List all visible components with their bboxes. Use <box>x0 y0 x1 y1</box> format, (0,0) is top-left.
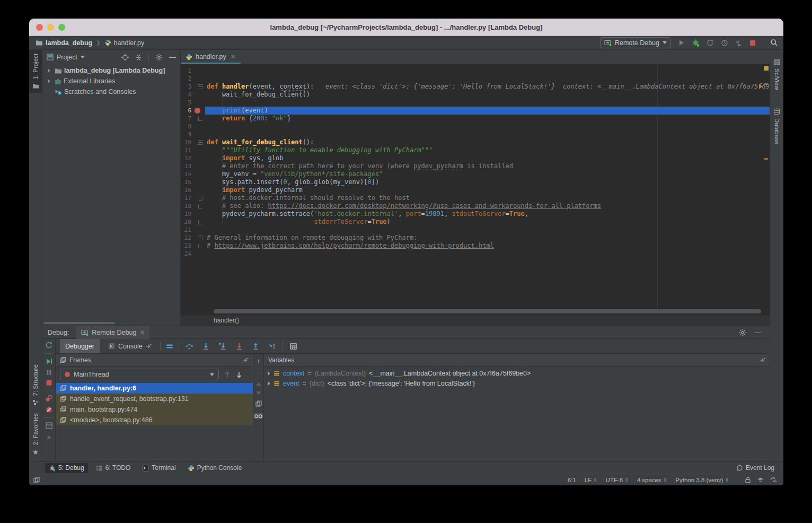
jump-to-source-icon[interactable] <box>243 358 249 363</box>
fold-marker[interactable]: − <box>198 236 202 240</box>
variable-row[interactable]: event={dict}<class 'dict'>: {'message': … <box>264 378 770 388</box>
stop-icon[interactable] <box>46 380 52 386</box>
project-view-title[interactable]: Project <box>57 54 77 61</box>
horizontal-scrollbar[interactable] <box>214 309 761 313</box>
gutter[interactable] <box>191 210 205 218</box>
sync-status-icon[interactable]: ? <box>770 476 777 483</box>
show-watches-icon[interactable] <box>253 413 263 419</box>
toolwindow-todo-button[interactable]: 6: TODO <box>92 463 135 473</box>
pause-icon[interactable] <box>46 369 52 376</box>
view-breakpoints-icon[interactable] <box>45 395 52 402</box>
code-line[interactable]: 1 <box>181 67 770 75</box>
chevron-down-icon[interactable] <box>81 56 85 58</box>
gutter[interactable] <box>191 154 205 162</box>
toolstrip-structure-tab[interactable]: 7: Structure <box>29 361 42 409</box>
gutter[interactable] <box>191 162 205 170</box>
expand-arrow-icon[interactable] <box>48 68 50 73</box>
code-area[interactable]: 123−def handler(event, context): event: … <box>181 64 770 315</box>
resume-icon[interactable] <box>46 358 52 365</box>
move-watch-down-icon[interactable] <box>256 391 261 395</box>
interpreter-widget[interactable]: Python 3.8 (venv)⇕ <box>675 477 729 483</box>
toolstrip-sciview-tab[interactable]: SciView <box>770 55 783 94</box>
code-line[interactable]: 5 <box>181 99 770 107</box>
tab-console[interactable]: Console <box>103 339 157 353</box>
line-separator-widget[interactable]: LF⇕ <box>585 477 597 483</box>
fold-marker[interactable]: − <box>198 196 202 201</box>
caret-position-widget[interactable]: 6:1 <box>568 477 576 483</box>
expand-arrow-icon[interactable] <box>268 381 270 386</box>
gutter[interactable] <box>191 91 205 99</box>
gutter[interactable] <box>191 218 205 226</box>
tree-item-root[interactable]: lambda_debug [Lambda Debug] <box>42 65 180 76</box>
encoding-widget[interactable]: UTF-8⇕ <box>606 477 629 483</box>
gutter[interactable] <box>191 123 205 130</box>
gutter[interactable] <box>191 242 205 250</box>
hide-panel-icon[interactable]: — <box>169 53 176 61</box>
hide-panel-icon[interactable]: — <box>754 328 761 336</box>
code-line[interactable]: 21 <box>181 226 770 234</box>
gutter[interactable]: − <box>191 234 205 242</box>
lock-icon[interactable] <box>745 476 751 483</box>
fold-marker[interactable]: − <box>198 84 202 89</box>
code-line[interactable]: 19 pydevd_pycharm.settrace('host.docker.… <box>181 210 770 218</box>
thread-dropdown[interactable]: MainThread <box>60 369 219 380</box>
frame-row[interactable]: handler, handler.py:6 <box>56 383 253 394</box>
move-watch-up-icon[interactable] <box>256 382 261 386</box>
toolstrip-favorites-tab[interactable]: 2: Favorites ★ <box>29 409 42 461</box>
mute-breakpoints-icon[interactable] <box>46 406 52 413</box>
code-line[interactable]: 20 stderrToServer=True) <box>181 218 770 226</box>
code-line[interactable]: 14 my_venv = "venv/lib/python*/site-pack… <box>181 170 770 178</box>
breakpoint-dot[interactable] <box>195 108 200 114</box>
code-line[interactable]: 6 print(event) <box>181 107 770 115</box>
gutter[interactable] <box>191 250 205 258</box>
collapse-all-icon[interactable] <box>135 54 142 61</box>
code-line[interactable]: 23# https://www.jetbrains.com/help/pycha… <box>181 242 770 250</box>
view-options-icon[interactable] <box>166 343 173 350</box>
gear-icon[interactable] <box>155 54 163 61</box>
jump-to-source-icon[interactable] <box>760 358 765 363</box>
search-everywhere-icon[interactable] <box>770 39 778 47</box>
rerun-icon[interactable] <box>45 342 52 349</box>
add-watch-icon[interactable]: + <box>257 358 261 364</box>
gear-icon[interactable] <box>739 329 746 336</box>
breadcrumb-file[interactable]: handler.py <box>114 39 145 47</box>
frame-row[interactable]: main, bootstrap.py:474 <box>56 404 253 415</box>
duplicate-watch-icon[interactable] <box>255 400 262 407</box>
toolwindow-terminal-button[interactable]: Terminal <box>138 463 179 473</box>
run-to-cursor-icon[interactable] <box>268 342 277 350</box>
gutter[interactable] <box>191 99 205 107</box>
run-button[interactable] <box>678 39 685 46</box>
gutter[interactable]: − <box>191 83 205 91</box>
debug-button[interactable] <box>692 39 700 47</box>
restore-layout-icon[interactable] <box>46 422 52 429</box>
code-line[interactable]: 16 import pydevd_pycharm <box>181 186 770 194</box>
gutter[interactable] <box>191 202 205 210</box>
gutter[interactable] <box>191 226 205 234</box>
run-with-profiler-button[interactable] <box>735 39 743 47</box>
code-line[interactable]: 13 # enter the correct path here to your… <box>181 162 770 170</box>
gutter[interactable] <box>191 170 205 178</box>
fold-end-marker[interactable] <box>198 117 202 121</box>
gutter[interactable]: − <box>191 194 205 202</box>
fold-end-marker[interactable] <box>198 220 202 224</box>
remove-watch-icon[interactable]: − <box>257 370 261 377</box>
gutter[interactable] <box>191 75 205 83</box>
hide-toolwindows-icon[interactable] <box>33 477 40 483</box>
more-actions-icon[interactable]: » <box>47 433 51 441</box>
code-line[interactable]: 10−def wait_for_debug_client(): <box>181 138 770 146</box>
code-line[interactable]: 22−# General information on remote debug… <box>181 234 770 242</box>
breadcrumb-project[interactable]: lambda_debug <box>46 39 92 47</box>
run-configuration-select[interactable]: Remote Debug <box>600 37 671 48</box>
variable-row[interactable]: context={LambdaContext}<__main__.LambdaC… <box>264 368 770 378</box>
close-tab-icon[interactable]: ✕ <box>231 53 236 60</box>
code-line[interactable]: 3−def handler(event, context): event: <c… <box>181 83 770 91</box>
fold-end-marker[interactable] <box>198 244 202 248</box>
profiler-button[interactable] <box>707 39 714 47</box>
fold-marker[interactable]: − <box>198 140 202 145</box>
force-step-into-icon[interactable] <box>235 342 243 350</box>
code-line[interactable]: 9 <box>181 130 770 138</box>
gutter[interactable]: − <box>191 138 205 146</box>
code-line[interactable]: 15 sys.path.insert(0, glob.glob(my_venv)… <box>181 178 770 186</box>
inspections-hector-icon[interactable] <box>757 476 764 483</box>
gutter[interactable] <box>191 178 205 186</box>
